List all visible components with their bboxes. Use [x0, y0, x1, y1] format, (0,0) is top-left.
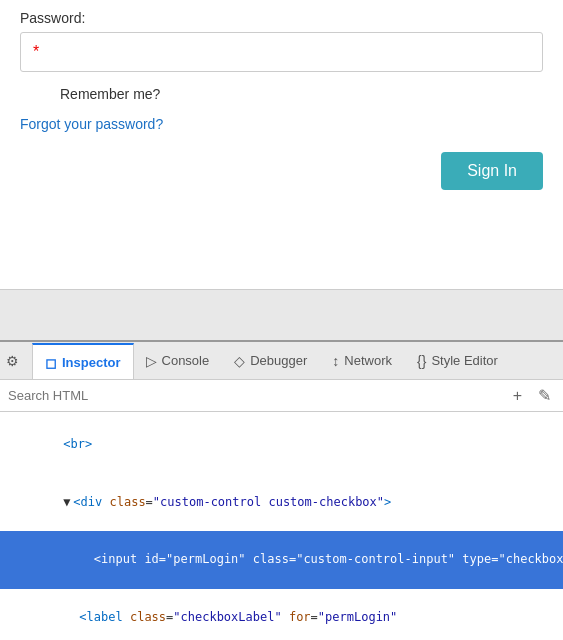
password-label: Password: [20, 10, 543, 26]
console-icon: ▷ [146, 353, 157, 369]
tab-network[interactable]: ↕ Network [320, 342, 405, 379]
tab-inspector[interactable]: ◻ Inspector [32, 343, 134, 380]
tab-console[interactable]: ▷ Console [134, 342, 223, 379]
search-input[interactable] [8, 388, 503, 403]
devtools-panel: ⚙ ◻ Inspector ▷ Console ◇ Debugger ↕ Net… [0, 340, 563, 640]
remember-me-row: Remember me? [20, 86, 543, 102]
style-editor-icon: {} [417, 353, 426, 369]
tab-inspector-label: Inspector [62, 355, 121, 370]
forgot-password-link[interactable]: Forgot your password? [20, 116, 543, 132]
search-bar: + ✎ [0, 380, 563, 412]
search-actions: + ✎ [509, 384, 555, 407]
tab-network-label: Network [344, 353, 392, 368]
html-panel[interactable]: <br> ▼<div class="custom-control custom-… [0, 412, 563, 640]
html-line-div-open: ▼<div class="custom-control custom-check… [0, 474, 563, 532]
squeeze-icon: ⚙ [6, 353, 19, 369]
add-node-button[interactable]: + [509, 385, 526, 407]
pick-element-button[interactable]: ✎ [534, 384, 555, 407]
html-line-input[interactable]: <input id="permLogin" class="custom-cont… [0, 531, 563, 589]
page-gap [0, 290, 563, 340]
tab-debugger[interactable]: ◇ Debugger [222, 342, 320, 379]
tab-debugger-label: Debugger [250, 353, 307, 368]
password-input-wrap[interactable]: * [20, 32, 543, 72]
tab-style-editor[interactable]: {} Style Editor [405, 342, 511, 379]
page-content: Password: * Remember me? Forgot your pas… [0, 0, 563, 290]
inspector-icon: ◻ [45, 355, 57, 371]
html-line-br: <br> [0, 416, 563, 474]
devtools-tabs: ⚙ ◻ Inspector ▷ Console ◇ Debugger ↕ Net… [0, 342, 563, 380]
sign-in-button[interactable]: Sign In [441, 152, 543, 190]
html-line-label: <label class="checkboxLabel" for="permLo… [0, 589, 563, 640]
remember-me-label: Remember me? [60, 86, 160, 102]
network-icon: ↕ [332, 353, 339, 369]
tab-console-label: Console [162, 353, 210, 368]
password-value: * [33, 43, 39, 60]
debugger-icon: ◇ [234, 353, 245, 369]
tab-style-editor-label: Style Editor [431, 353, 497, 368]
tab-squeeze[interactable]: ⚙ [0, 342, 32, 379]
